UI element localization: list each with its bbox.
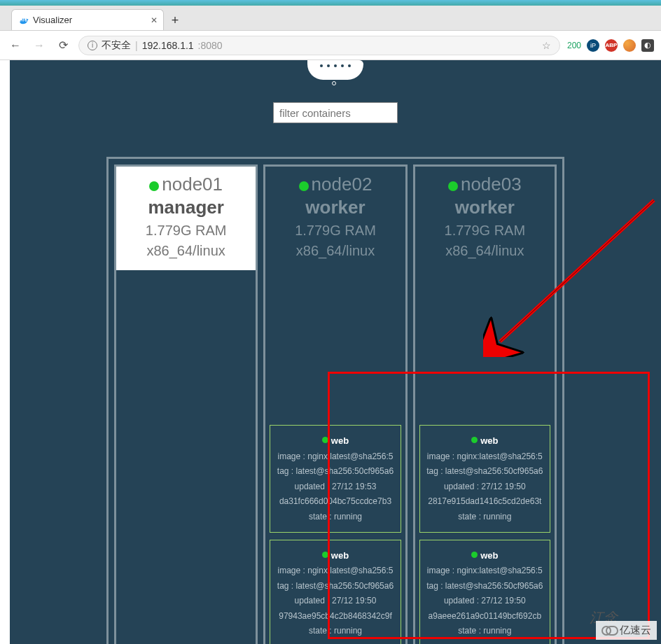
status-dot-icon [322, 552, 328, 558]
node-role: worker [268, 197, 402, 218]
node-name: node02 [268, 174, 402, 195]
status-dot-icon [322, 437, 328, 443]
task-id: a9aeee261a9c01149bcf692cb [423, 609, 547, 624]
task-name: web [423, 547, 547, 564]
filter-box [273, 102, 398, 123]
task-state: state : running [423, 624, 547, 639]
task-tag: tag : latest@sha256:50cf965a6 [423, 464, 547, 479]
visualizer-page: node01manager1.779G RAMx86_64/linuxnode0… [10, 60, 661, 644]
task-name: web [273, 433, 397, 449]
window-top-border [0, 0, 661, 6]
node-ram: 1.779G RAM [418, 223, 552, 239]
node-name: node03 [418, 174, 552, 195]
docker-logo [305, 60, 366, 85]
status-dot-icon [471, 552, 478, 558]
separator: | [135, 40, 138, 51]
node-role: manager [119, 197, 253, 218]
task-id: 2817e915dad1416c5cd2de63t [423, 494, 547, 510]
tab-title: Visualizer [33, 15, 72, 25]
task-card[interactable]: webimage : nginx:latest@sha256:5tag : la… [419, 425, 550, 532]
status-dot-icon [471, 437, 478, 443]
node-name: node01 [119, 174, 253, 195]
task-image: image : nginx:latest@sha256:5 [423, 449, 547, 465]
url-host: 192.168.1.1 [142, 40, 194, 51]
node-body [116, 270, 256, 644]
node-name-text: node01 [162, 174, 223, 195]
node-header: node01manager1.779G RAMx86_64/linux [116, 167, 256, 270]
task-image: image : nginx:latest@sha256:5 [423, 564, 547, 579]
browser-tab[interactable]: Visualizer ✕ [11, 9, 164, 30]
task-updated: updated : 27/12 19:50 [273, 594, 397, 609]
node-ram: 1.779G RAM [119, 223, 253, 239]
brand-watermark: 亿速云 [596, 621, 657, 640]
url-field[interactable]: i 不安全 | 192.168.1.1:8080 ☆ [78, 36, 560, 55]
node-ram: 1.779G RAM [268, 223, 402, 239]
reload-button[interactable]: ⟳ [55, 37, 71, 54]
task-tag: tag : latest@sha256:50cf965a6 [273, 464, 397, 479]
task-card[interactable]: webimage : nginx:latest@sha256:5tag : la… [270, 540, 401, 644]
node-role: worker [418, 197, 552, 218]
task-updated: updated : 27/12 19:53 [273, 479, 397, 495]
ip-extension-icon[interactable]: iP [587, 39, 599, 52]
node-body: webimage : nginx:latest@sha256:5tag : la… [265, 270, 405, 644]
info-icon[interactable]: i [88, 41, 97, 50]
new-tab-button[interactable]: + [164, 10, 186, 30]
node-name-text: node03 [461, 174, 522, 195]
task-state: state : running [423, 510, 547, 525]
task-card[interactable]: webimage : nginx:latest@sha256:5tag : la… [419, 540, 550, 644]
node-arch: x86_64/linux [418, 243, 552, 259]
node-node01: node01manager1.779G RAMx86_64/linux [114, 164, 258, 644]
status-dot-icon [299, 181, 309, 191]
task-image: image : nginx:latest@sha256:5 [273, 564, 397, 579]
task-state: state : running [273, 624, 397, 639]
swarm-grid: node01manager1.779G RAMx86_64/linuxnode0… [106, 157, 564, 644]
task-tag: tag : latest@sha256:50cf965a6 [423, 579, 547, 594]
whale-icon [19, 15, 29, 25]
task-id: 97943ae95cb4c2b8468342c9f [273, 609, 397, 624]
dark-extension-icon[interactable]: ◐ [641, 39, 654, 52]
filter-input[interactable] [274, 103, 397, 122]
node-arch: x86_64/linux [119, 243, 253, 259]
task-tag: tag : latest@sha256:50cf965a6 [273, 579, 397, 594]
extensions: 200 iP ABP ◐ [567, 39, 654, 52]
node-node03: node03worker1.779G RAMx86_64/linuxwebima… [413, 164, 557, 644]
task-image: image : nginx:latest@sha256:5 [273, 449, 397, 465]
close-icon[interactable]: ✕ [151, 15, 158, 25]
zoom-level[interactable]: 200 [567, 41, 581, 50]
star-icon[interactable]: ☆ [542, 40, 551, 51]
task-card[interactable]: webimage : nginx:latest@sha256:5tag : la… [270, 425, 401, 532]
firefox-extension-icon[interactable] [623, 39, 636, 52]
cloud-icon [601, 626, 617, 636]
task-updated: updated : 27/12 19:50 [423, 479, 547, 495]
status-dot-icon [149, 181, 159, 191]
node-name-text: node02 [312, 174, 373, 195]
task-id: da31fc666d004bc75ccdce7b3 [273, 494, 397, 510]
url-port: :8080 [198, 40, 223, 51]
tab-strip: Visualizer ✕ + [0, 6, 661, 31]
task-name: web [423, 433, 547, 449]
forward-button[interactable]: → [31, 37, 48, 54]
node-header: node03worker1.779G RAMx86_64/linux [415, 167, 555, 270]
task-updated: updated : 27/12 19:50 [423, 594, 547, 609]
back-button[interactable]: ← [7, 37, 24, 54]
node-body: webimage : nginx:latest@sha256:5tag : la… [415, 270, 555, 644]
node-node02: node02worker1.779G RAMx86_64/linuxwebima… [263, 164, 407, 644]
node-arch: x86_64/linux [268, 243, 402, 259]
brand-label: 亿速云 [620, 624, 651, 637]
security-label: 不安全 [102, 39, 131, 52]
address-bar: ← → ⟳ i 不安全 | 192.168.1.1:8080 ☆ 200 iP … [0, 31, 661, 60]
node-header: node02worker1.779G RAMx86_64/linux [265, 167, 405, 270]
status-dot-icon [448, 181, 458, 191]
task-name: web [273, 547, 397, 564]
abp-extension-icon[interactable]: ABP [605, 39, 618, 52]
task-state: state : running [273, 510, 397, 525]
